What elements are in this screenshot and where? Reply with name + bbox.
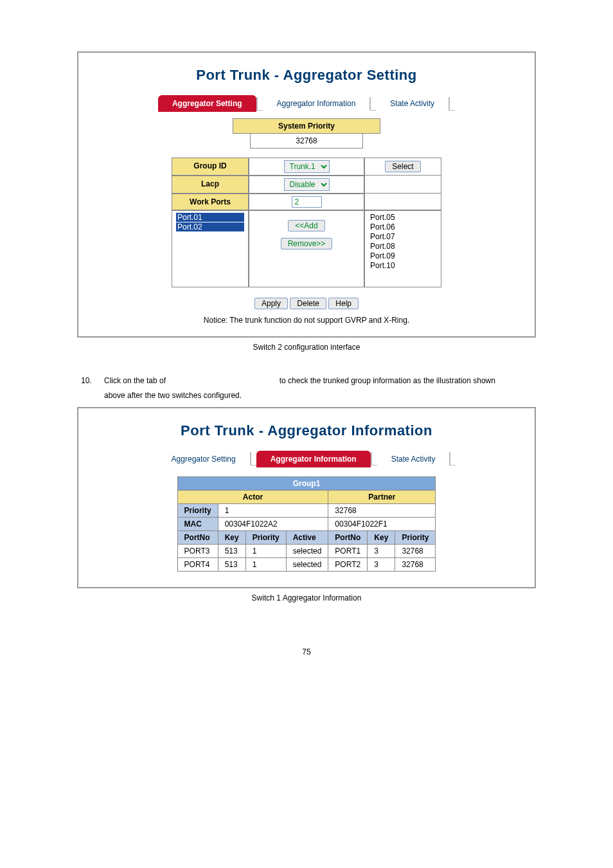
caption-switch2: Switch 2 configuration interface <box>77 343 536 352</box>
work-ports-cell <box>249 194 364 210</box>
port-item[interactable]: Port.08 <box>369 242 437 251</box>
add-button[interactable]: <<Add <box>288 220 324 231</box>
tab-aggregator-information[interactable]: Aggregator Information <box>256 451 371 467</box>
cell: 1 <box>245 544 286 557</box>
selected-ports-list[interactable]: Port.01 Port.02 <box>172 210 249 287</box>
panel-title: Port Trunk - Aggregator Information <box>90 422 523 439</box>
step-text-3: above after the two switches configured. <box>104 391 242 400</box>
tab-divider <box>449 452 456 466</box>
tab-divider <box>449 97 455 111</box>
tab-divider <box>256 97 263 111</box>
actor-priority: 1 <box>218 503 328 517</box>
col-priority: Priority <box>395 530 436 544</box>
actor-header: Actor <box>177 490 328 503</box>
select-button[interactable]: Select <box>385 161 420 172</box>
tab-bar: Aggregator Setting Aggregator Informatio… <box>90 95 523 112</box>
lacp-select[interactable]: Disable <box>284 178 330 191</box>
help-button[interactable]: Help <box>328 298 359 309</box>
empty-cell <box>364 194 441 210</box>
aggregator-info-table: Group1 Actor Partner Priority 1 32768 MA… <box>177 476 436 572</box>
delete-button[interactable]: Delete <box>290 298 326 309</box>
tab-divider <box>371 452 377 466</box>
transfer-buttons-cell: <<Add Remove>> <box>249 210 364 287</box>
step-10: 10. Click on the tab of to check the tru… <box>81 374 536 403</box>
remove-button[interactable]: Remove>> <box>281 238 333 249</box>
actor-mac: 00304F1022A2 <box>218 517 328 530</box>
mac-label: MAC <box>177 517 218 530</box>
tab-state-activity[interactable]: State Activity <box>377 451 450 467</box>
partner-header: Partner <box>328 490 436 503</box>
port-item[interactable]: Port.02 <box>176 222 244 231</box>
aggregator-setting-panel: Port Trunk - Aggregator Setting Aggregat… <box>77 51 536 338</box>
action-bar: Apply Delete Help <box>90 298 523 309</box>
empty-cell <box>364 176 441 194</box>
tab-aggregator-information[interactable]: Aggregator Information <box>263 95 370 112</box>
partner-priority: 32768 <box>328 503 436 517</box>
cell: 32768 <box>395 557 436 571</box>
port-item[interactable]: Port.07 <box>369 232 437 241</box>
system-priority-label: System Priority <box>233 118 380 134</box>
group-id-select[interactable]: Trunk.1 <box>284 160 330 173</box>
cell: PORT2 <box>328 557 368 571</box>
cell: 513 <box>218 557 245 571</box>
group-header: Group1 <box>177 476 436 490</box>
group-id-cell: Trunk.1 <box>249 158 364 176</box>
partner-mac: 00304F1022F1 <box>328 517 436 530</box>
tab-divider <box>369 97 376 111</box>
col-portno: PortNo <box>177 530 218 544</box>
table-row: PORT4 513 1 selected PORT2 3 32768 <box>177 557 436 571</box>
step-text-1: Click on the tab of <box>104 376 166 385</box>
cell: PORT3 <box>177 544 218 557</box>
lacp-cell: Disable <box>249 176 364 194</box>
caption-switch1: Switch 1 Aggregator Information <box>77 593 536 602</box>
lacp-label: Lacp <box>172 176 249 194</box>
col-key: Key <box>368 530 395 544</box>
cell: 32768 <box>395 544 436 557</box>
cell: selected <box>286 557 328 571</box>
port-item[interactable]: Port.09 <box>369 251 437 260</box>
available-ports-list[interactable]: Port.05 Port.06 Port.07 Port.08 Port.09 … <box>364 210 441 287</box>
port-item[interactable]: Port.10 <box>369 261 437 270</box>
panel-title: Port Trunk - Aggregator Setting <box>90 67 523 84</box>
cell: 1 <box>245 557 286 571</box>
table-row: PORT3 513 1 selected PORT1 3 32768 <box>177 544 436 557</box>
group-id-label: Group ID <box>172 158 249 176</box>
select-cell: Select <box>364 158 441 176</box>
apply-button[interactable]: Apply <box>254 298 288 309</box>
priority-label: Priority <box>177 503 218 517</box>
cell: 3 <box>368 544 395 557</box>
tab-divider <box>250 452 256 466</box>
col-priority: Priority <box>245 530 286 544</box>
cell: 513 <box>218 544 245 557</box>
system-priority-value: 32768 <box>250 134 362 149</box>
work-ports-input[interactable] <box>292 196 322 208</box>
tab-state-activity[interactable]: State Activity <box>376 95 449 112</box>
tab-bar: Aggregator Setting Aggregator Informatio… <box>90 451 523 467</box>
tab-aggregator-setting[interactable]: Aggregator Setting <box>157 451 250 467</box>
col-portno: PortNo <box>328 530 368 544</box>
config-grid: Group ID Trunk.1 Select Lacp Disable <box>90 158 523 287</box>
port-item[interactable]: Port.05 <box>369 213 437 222</box>
step-number: 10. <box>81 374 98 388</box>
cell: selected <box>286 544 328 557</box>
cell: PORT4 <box>177 557 218 571</box>
tab-aggregator-setting[interactable]: Aggregator Setting <box>158 95 256 112</box>
step-text-2: to check the trunked group information a… <box>280 376 495 385</box>
cell: PORT1 <box>328 544 368 557</box>
port-item[interactable]: Port.06 <box>369 222 437 231</box>
aggregator-information-panel: Port Trunk - Aggregator Information Aggr… <box>77 407 536 588</box>
cell: 3 <box>368 557 395 571</box>
system-priority-block: System Priority 32768 <box>90 118 523 149</box>
port-item[interactable]: Port.01 <box>176 213 244 222</box>
work-ports-label: Work Ports <box>172 194 249 210</box>
notice-text: Notice: The trunk function do not suppor… <box>90 316 523 325</box>
col-active: Active <box>286 530 328 544</box>
page-number: 75 <box>77 647 536 656</box>
col-key: Key <box>218 530 245 544</box>
